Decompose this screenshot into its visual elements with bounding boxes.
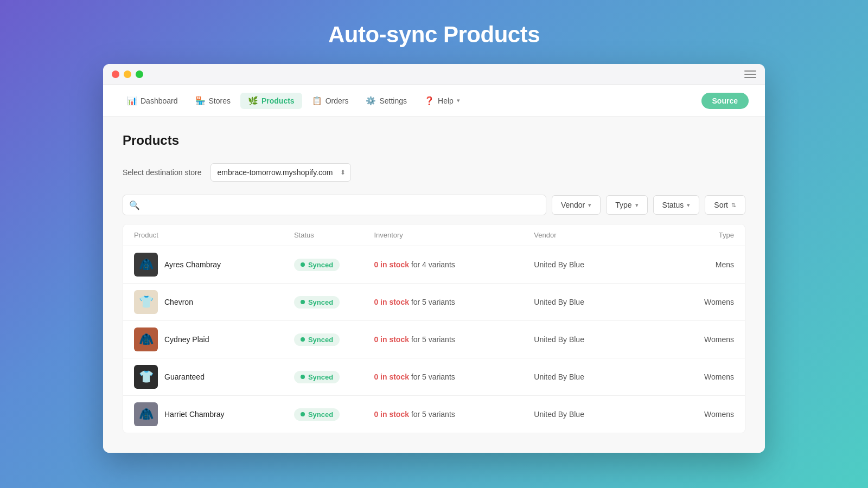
nav-label-orders: Orders bbox=[326, 97, 349, 105]
inventory-cell: 0 in stock for 4 variants bbox=[374, 260, 534, 269]
product-name: Chevron bbox=[164, 298, 193, 306]
app-window: 📊 Dashboard 🏪 Stores 🌿 Products 📋 Orders… bbox=[103, 64, 765, 453]
status-dot-icon bbox=[301, 300, 305, 304]
products-table: Product Status Inventory Vendor Type 🧥 A… bbox=[123, 224, 745, 433]
product-thumbnail: 🧥 bbox=[134, 253, 158, 277]
col-header-product: Product bbox=[134, 231, 294, 239]
product-name: Harriet Chambray bbox=[164, 410, 224, 419]
sort-icon: ⇅ bbox=[731, 202, 736, 209]
settings-icon: ⚙️ bbox=[366, 96, 376, 106]
window-controls bbox=[112, 70, 143, 78]
sort-button[interactable]: Sort ⇅ bbox=[705, 195, 745, 215]
nav-item-help[interactable]: ❓ Help ▾ bbox=[417, 93, 468, 109]
minimize-dot[interactable] bbox=[124, 70, 131, 78]
status-text: Synced bbox=[308, 410, 333, 419]
titlebar bbox=[103, 64, 765, 85]
col-header-type: Type bbox=[654, 231, 734, 239]
table-row[interactable]: 🧥 Harriet Chambray Synced 0 in stock for… bbox=[123, 396, 745, 433]
dashboard-icon: 📊 bbox=[127, 96, 137, 106]
inventory-cell: 0 in stock for 5 variants bbox=[374, 373, 534, 381]
hamburger-icon[interactable] bbox=[744, 70, 756, 78]
inventory-cell: 0 in stock for 5 variants bbox=[374, 335, 534, 344]
status-filter-button[interactable]: Status ▾ bbox=[653, 195, 700, 215]
status-badge: Synced bbox=[294, 259, 340, 271]
vendor-filter-arrow-icon: ▾ bbox=[588, 202, 591, 209]
inventory-zero: 0 in stock bbox=[374, 410, 409, 419]
status-text: Synced bbox=[308, 298, 333, 306]
nav-item-dashboard[interactable]: 📊 Dashboard bbox=[119, 93, 186, 109]
status-dot-icon bbox=[301, 337, 305, 342]
nav-item-orders[interactable]: 📋 Orders bbox=[304, 93, 356, 109]
product-name: Ayres Chambray bbox=[164, 260, 221, 269]
vendor-cell: United By Blue bbox=[534, 410, 654, 419]
vendor-cell: United By Blue bbox=[534, 260, 654, 269]
product-cell: 🧥 Ayres Chambray bbox=[134, 253, 294, 277]
nav-label-help: Help bbox=[438, 97, 454, 105]
status-text: Synced bbox=[308, 336, 333, 344]
status-cell: Synced bbox=[294, 333, 374, 346]
status-badge: Synced bbox=[294, 296, 340, 309]
type-cell: Womens bbox=[654, 410, 734, 419]
table-row[interactable]: 👕 Guaranteed Synced 0 in stock for 5 var… bbox=[123, 358, 745, 396]
source-button[interactable]: Source bbox=[701, 93, 749, 109]
vendor-cell: United By Blue bbox=[534, 335, 654, 344]
status-dot-icon bbox=[301, 375, 305, 379]
status-cell: Synced bbox=[294, 371, 374, 383]
destination-row: Select destination store embrace-tomorro… bbox=[123, 163, 745, 182]
status-filter-arrow-icon: ▾ bbox=[687, 202, 690, 209]
nav-item-products[interactable]: 🌿 Products bbox=[240, 93, 302, 109]
destination-select[interactable]: embrace-tomorrow.myshopify.com bbox=[210, 163, 351, 182]
help-icon: ❓ bbox=[424, 96, 435, 106]
inventory-variants: for 5 variants bbox=[411, 410, 455, 419]
table-header: Product Status Inventory Vendor Type bbox=[123, 224, 745, 246]
type-filter-label: Type bbox=[615, 201, 631, 209]
product-cell: 👕 Chevron bbox=[134, 290, 294, 314]
products-heading: Products bbox=[123, 133, 745, 148]
table-row[interactable]: 🧥 Ayres Chambray Synced 0 in stock for 4… bbox=[123, 246, 745, 284]
status-cell: Synced bbox=[294, 296, 374, 309]
maximize-dot[interactable] bbox=[136, 70, 143, 78]
filter-bar: 🔍 Vendor ▾ Type ▾ Status ▾ Sort ⇅ bbox=[123, 195, 745, 215]
inventory-zero: 0 in stock bbox=[374, 335, 409, 344]
status-cell: Synced bbox=[294, 408, 374, 421]
col-header-vendor: Vendor bbox=[534, 231, 654, 239]
nav-label-products: Products bbox=[261, 97, 295, 105]
inventory-cell: 0 in stock for 5 variants bbox=[374, 298, 534, 306]
close-dot[interactable] bbox=[112, 70, 119, 78]
type-cell: Mens bbox=[654, 260, 734, 269]
navbar: 📊 Dashboard 🏪 Stores 🌿 Products 📋 Orders… bbox=[103, 85, 765, 117]
inventory-variants: for 5 variants bbox=[411, 335, 455, 344]
content-area: Products Select destination store embrac… bbox=[103, 117, 765, 453]
products-icon: 🌿 bbox=[248, 96, 258, 106]
search-icon: 🔍 bbox=[129, 200, 140, 210]
vendor-filter-button[interactable]: Vendor ▾ bbox=[552, 195, 601, 215]
type-cell: Womens bbox=[654, 373, 734, 381]
nav-item-stores[interactable]: 🏪 Stores bbox=[188, 93, 238, 109]
nav-item-settings[interactable]: ⚙️ Settings bbox=[358, 93, 414, 109]
table-row[interactable]: 👕 Chevron Synced 0 in stock for 5 varian… bbox=[123, 284, 745, 321]
vendor-cell: United By Blue bbox=[534, 373, 654, 381]
nav-label-settings: Settings bbox=[379, 97, 407, 105]
orders-icon: 📋 bbox=[312, 96, 322, 106]
sort-label: Sort bbox=[714, 201, 728, 209]
destination-select-wrapper: embrace-tomorrow.myshopify.com ⬍ bbox=[210, 163, 351, 182]
type-filter-button[interactable]: Type ▾ bbox=[606, 195, 647, 215]
status-text: Synced bbox=[308, 373, 333, 381]
product-thumbnail: 🧥 bbox=[134, 402, 158, 426]
table-row[interactable]: 🧥 Cydney Plaid Synced 0 in stock for 5 v… bbox=[123, 321, 745, 358]
search-wrapper: 🔍 bbox=[123, 195, 546, 215]
status-badge: Synced bbox=[294, 333, 340, 346]
nav-label-dashboard: Dashboard bbox=[141, 97, 178, 105]
col-header-inventory: Inventory bbox=[374, 231, 534, 239]
vendor-cell: United By Blue bbox=[534, 298, 654, 306]
help-dropdown-arrow: ▾ bbox=[457, 97, 460, 104]
inventory-variants: for 4 variants bbox=[411, 260, 455, 269]
inventory-variants: for 5 variants bbox=[411, 373, 455, 381]
inventory-zero: 0 in stock bbox=[374, 298, 409, 306]
search-input[interactable] bbox=[123, 195, 546, 215]
product-name: Cydney Plaid bbox=[164, 335, 209, 344]
inventory-zero: 0 in stock bbox=[374, 260, 409, 269]
status-dot-icon bbox=[301, 262, 305, 267]
inventory-zero: 0 in stock bbox=[374, 373, 409, 381]
vendor-filter-label: Vendor bbox=[561, 201, 585, 209]
